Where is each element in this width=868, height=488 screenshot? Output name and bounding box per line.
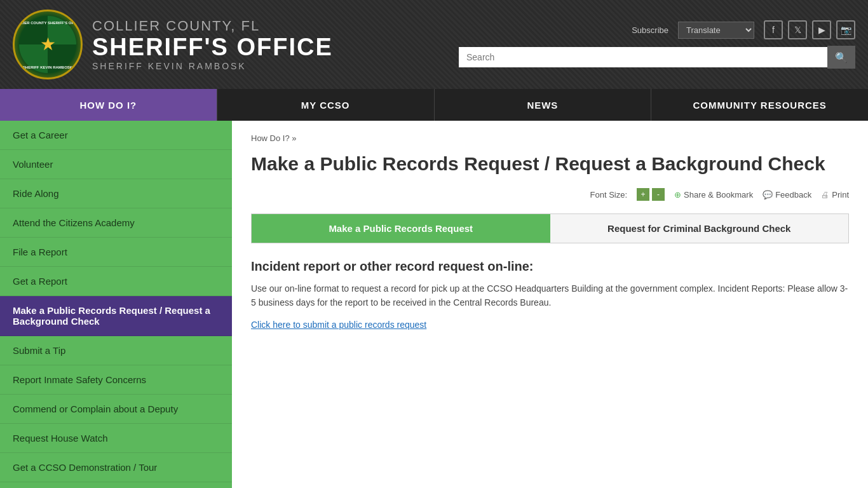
county-name: COLLIER COUNTY, FL [92, 18, 333, 34]
print-icon: 🖨 [821, 190, 829, 200]
main-nav: HOW DO I? MY CCSO NEWS COMMUNITY RESOURC… [0, 89, 868, 121]
sidebar-item-remove-arrest-photo[interactable]: Remove Arrest Photo [0, 482, 232, 488]
feedback-icon: 💬 [763, 190, 773, 200]
page-title: Make a Public Records Request / Request … [251, 152, 849, 175]
office-name: SHERIFF'S OFFICE [92, 34, 333, 61]
tab-public-records[interactable]: Make a Public Records Request [252, 214, 550, 243]
header-top-controls: Subscribe Translate f 𝕏 ▶ 📷 [632, 20, 855, 39]
sidebar-item-public-records[interactable]: Make a Public Records Request / Request … [0, 296, 232, 336]
font-size-controls: + - [637, 188, 665, 201]
sidebar-item-inmate-safety[interactable]: Report Inmate Safety Concerns [0, 365, 232, 395]
share-icon: ⊕ [674, 190, 681, 200]
sidebar-item-volunteer[interactable]: Volunteer [0, 150, 232, 179]
section-body: Use our on-line format to request a reco… [251, 281, 849, 310]
facebook-icon[interactable]: f [764, 20, 783, 39]
header-title: COLLIER COUNTY, FL SHERIFF'S OFFICE SHER… [92, 18, 333, 71]
sidebar-item-ride-along[interactable]: Ride Along [0, 179, 232, 208]
tab-background-check[interactable]: Request for Criminal Background Check [550, 214, 849, 243]
feedback-link[interactable]: 💬 Feedback [763, 190, 811, 200]
header-right: Subscribe Translate f 𝕏 ▶ 📷 🔍 [459, 20, 855, 69]
content-tabs: Make a Public Records Request Request fo… [251, 214, 849, 243]
toolbar: Font Size: + - ⊕ Share & Bookmark 💬 Feed… [251, 188, 849, 201]
subscribe-button[interactable]: Subscribe [632, 25, 668, 35]
nav-how-do-i[interactable]: HOW DO I? [0, 89, 217, 121]
sidebar-item-demonstration-tour[interactable]: Get a CCSO Demonstration / Tour [0, 453, 232, 482]
logo: COLLIER COUNTY SHERIFF'S OFFICE ★ SHERIF… [13, 10, 83, 79]
sidebar-item-commend-complain[interactable]: Commend or Complain about a Deputy [0, 395, 232, 424]
header: COLLIER COUNTY SHERIFF'S OFFICE ★ SHERIF… [0, 0, 868, 89]
instagram-icon[interactable]: 📷 [836, 20, 855, 39]
font-decrease-button[interactable]: - [652, 188, 665, 201]
social-icons: f 𝕏 ▶ 📷 [764, 20, 855, 39]
nav-news[interactable]: NEWS [435, 89, 652, 121]
twitter-icon[interactable]: 𝕏 [788, 20, 807, 39]
sheriff-name: SHERIFF KEVIN RAMBOSK [92, 61, 333, 71]
search-bar: 🔍 [459, 46, 855, 69]
sidebar: Get a Career Volunteer Ride Along Attend… [0, 121, 232, 488]
page-content: How Do I? » Make a Public Records Reques… [232, 121, 868, 488]
breadcrumb: How Do I? » [251, 133, 849, 143]
share-bookmark-link[interactable]: ⊕ Share & Bookmark [674, 190, 753, 200]
main-content: Get a Career Volunteer Ride Along Attend… [0, 121, 868, 488]
header-left: COLLIER COUNTY SHERIFF'S OFFICE ★ SHERIF… [13, 10, 333, 79]
sidebar-item-citizens-academy[interactable]: Attend the Citizens Academy [0, 208, 232, 238]
translate-select[interactable]: Translate [678, 22, 754, 39]
search-input[interactable] [459, 47, 827, 67]
sidebar-item-get-report[interactable]: Get a Report [0, 267, 232, 296]
sidebar-item-submit-tip[interactable]: Submit a Tip [0, 336, 232, 365]
font-increase-button[interactable]: + [637, 188, 649, 201]
youtube-icon[interactable]: ▶ [812, 20, 831, 39]
sidebar-item-house-watch[interactable]: Request House Watch [0, 424, 232, 453]
nav-community-resources[interactable]: COMMUNITY RESOURCES [651, 89, 868, 121]
section-title: Incident report or other record request … [251, 259, 849, 274]
print-link[interactable]: 🖨 Print [821, 190, 849, 200]
font-size-label: Font Size: [590, 190, 628, 200]
breadcrumb-link[interactable]: How Do I? [251, 133, 292, 143]
records-request-link[interactable]: Click here to submit a public records re… [251, 320, 426, 330]
sidebar-item-career[interactable]: Get a Career [0, 121, 232, 150]
nav-my-ccso[interactable]: MY CCSO [217, 89, 435, 121]
search-button[interactable]: 🔍 [827, 46, 855, 69]
sidebar-item-file-report[interactable]: File a Report [0, 238, 232, 267]
